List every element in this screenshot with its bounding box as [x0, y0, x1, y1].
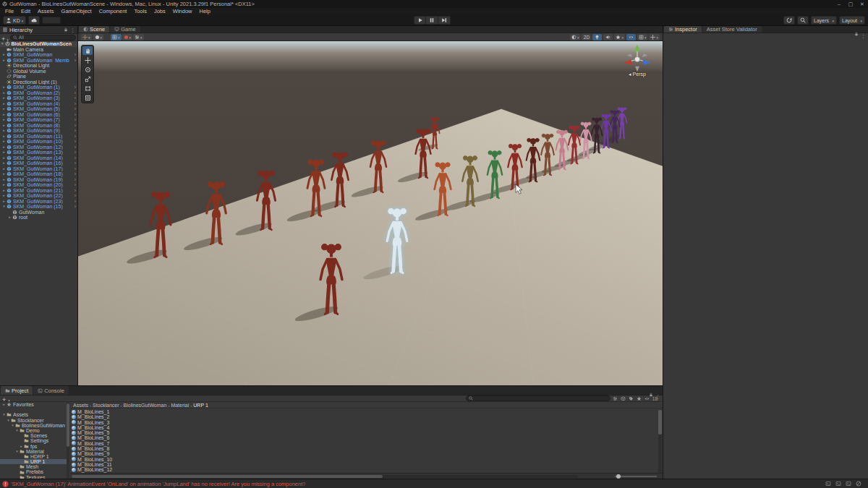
- expand-arrow-icon[interactable]: ▸: [1, 171, 7, 177]
- prefab-chevron-icon[interactable]: [75, 85, 77, 90]
- search-by-type-icon[interactable]: [613, 396, 618, 401]
- effects-dropdown[interactable]: [614, 34, 625, 40]
- expand-arrow-icon[interactable]: ▸: [1, 95, 7, 101]
- menu-gameobject[interactable]: GameObject: [58, 8, 95, 14]
- hierarchy-item[interactable]: ▸SKM_GutWoman (3): [0, 95, 77, 101]
- asset-item-m-biolines-10[interactable]: M_BioLines_10: [72, 457, 643, 462]
- hierarchy-item[interactable]: ▸SKM_GutWoman (22): [0, 193, 77, 199]
- grid-visibility-dropdown[interactable]: [637, 34, 648, 40]
- hierarchy-item[interactable]: GutWoman: [0, 210, 77, 215]
- asset-item-m-biolines-8[interactable]: M_BioLines_8: [72, 446, 643, 451]
- lock-icon[interactable]: [854, 32, 859, 36]
- hierarchy-item[interactable]: ▸SKM_GutWoman (2): [0, 90, 77, 96]
- rect-tool-button[interactable]: [82, 84, 93, 93]
- expand-arrow-icon[interactable]: ▸: [1, 160, 7, 166]
- view-tool-button[interactable]: [82, 46, 93, 55]
- expand-arrow-icon[interactable]: ▸: [7, 215, 12, 221]
- asset-item-m-biolines-11[interactable]: M_BioLines_11: [72, 462, 643, 467]
- menu-assets[interactable]: Assets: [34, 8, 58, 14]
- expand-arrow-icon[interactable]: ▸: [1, 123, 7, 129]
- account-button[interactable]: KD: [3, 16, 26, 25]
- prefab-chevron-icon[interactable]: [75, 182, 77, 188]
- folder-item-hdrp-1[interactable]: HDRP 1: [0, 454, 69, 459]
- move-tool-button[interactable]: [82, 56, 93, 64]
- asset-item-m-biolines-3[interactable]: M_BioLines_3: [72, 420, 643, 425]
- expand-arrow-icon[interactable]: ▸: [1, 139, 7, 145]
- expand-arrow-icon[interactable]: ▸: [1, 199, 7, 205]
- hierarchy-item[interactable]: ▾SKM_GutWoman (15): [0, 204, 77, 210]
- prefab-chevron-icon[interactable]: [75, 128, 77, 134]
- breadcrumb-stocklancer[interactable]: Stocklancer: [93, 403, 119, 408]
- undo-history-button[interactable]: [783, 16, 795, 25]
- asset-item-m-biolines-9[interactable]: M_BioLines_9: [72, 451, 643, 456]
- tree-arrow-icon[interactable]: ▾: [14, 428, 20, 433]
- expand-arrow-icon[interactable]: ▸: [1, 193, 7, 199]
- folder-item-mesh[interactable]: Mesh: [0, 464, 69, 469]
- scene-viewport[interactable]: ◂ Persp: [78, 41, 663, 385]
- neg-z-cone[interactable]: [627, 53, 633, 57]
- hierarchy-item[interactable]: ▸SKM_GutWoman (7): [0, 117, 77, 123]
- hierarchy-item[interactable]: ▸SKM_GutWoman (12): [0, 145, 77, 150]
- tab-game[interactable]: Game: [110, 26, 140, 33]
- scene-3d-render[interactable]: [78, 41, 663, 385]
- tree-arrow-icon[interactable]: ▸: [19, 444, 24, 449]
- play-button[interactable]: [414, 16, 426, 25]
- hierarchy-item[interactable]: ▸SKM_GutWoman_Memb: [0, 58, 77, 64]
- scale-tool-button[interactable]: [82, 74, 93, 83]
- maximize-button[interactable]: ▢: [845, 0, 856, 8]
- expand-arrow-icon[interactable]: ▸: [1, 117, 7, 123]
- menu-component[interactable]: Component: [95, 8, 131, 14]
- favorites-icon[interactable]: [637, 396, 642, 401]
- perspective-toggle[interactable]: ◂ Persp: [616, 72, 658, 77]
- lighting-toggle-button[interactable]: [592, 34, 602, 40]
- tool-handle-rotation-button[interactable]: [93, 34, 104, 40]
- hierarchy-item[interactable]: ▸SKM_GutWoman (13): [0, 150, 77, 155]
- profiler-icon[interactable]: [835, 481, 841, 487]
- folder-item-fps[interactable]: ▸fps: [0, 444, 69, 449]
- breadcrumb-urp-1[interactable]: URP 1: [193, 403, 208, 408]
- tab-project[interactable]: Project: [1, 386, 33, 395]
- asset-item-m-biolines-6[interactable]: M_BioLines_6: [72, 435, 643, 440]
- step-button[interactable]: [438, 16, 451, 25]
- prefab-chevron-icon[interactable]: [75, 134, 77, 140]
- hierarchy-item[interactable]: ▸root: [0, 215, 77, 221]
- folder-item-biolinesgutwoman[interactable]: ▾BiolinesGutWoman: [0, 423, 69, 428]
- expand-arrow-icon[interactable]: ▸: [1, 155, 7, 161]
- folder-item-scenes[interactable]: Scenes: [0, 433, 69, 438]
- expand-arrow-icon[interactable]: ▸: [1, 106, 7, 112]
- expand-arrow-icon[interactable]: ▸: [1, 150, 7, 155]
- panel-menu-icon[interactable]: [655, 388, 660, 401]
- x-axis-cone[interactable]: [624, 59, 631, 64]
- asset-item-m-biolines-5[interactable]: M_BioLines_5: [72, 430, 643, 435]
- prefab-chevron-icon[interactable]: [75, 145, 77, 150]
- panel-menu-icon[interactable]: [70, 27, 75, 33]
- close-button[interactable]: ✕: [856, 0, 868, 8]
- tree-arrow-icon[interactable]: ▾: [10, 423, 15, 428]
- rotate-tool-button[interactable]: [82, 65, 93, 74]
- expand-arrow-icon[interactable]: ▸: [1, 101, 7, 107]
- transform-tool-button[interactable]: [82, 93, 93, 102]
- tree-arrow-icon[interactable]: ▾: [6, 418, 11, 423]
- file-scrollbar[interactable]: [658, 409, 662, 473]
- hierarchy-item[interactable]: Directional Light (1): [0, 80, 77, 85]
- snap-settings-button[interactable]: [133, 34, 144, 40]
- hierarchy-item[interactable]: ▸SKM_GutWoman: [0, 52, 77, 58]
- tool-handle-position-button[interactable]: [81, 34, 92, 40]
- hierarchy-item[interactable]: ▸SKM_GutWoman (17): [0, 166, 77, 172]
- hierarchy-item[interactable]: ▸SKM_GutWoman (9): [0, 128, 77, 134]
- asset-item-m-biolines-1[interactable]: M_BioLines_1: [72, 409, 643, 414]
- prefab-chevron-icon[interactable]: [75, 188, 77, 194]
- hierarchy-item[interactable]: ▸SKM_GutWoman (6): [0, 112, 77, 118]
- tree-arrow-icon[interactable]: ▾: [14, 449, 20, 454]
- menu-tools[interactable]: Tools: [130, 8, 150, 14]
- status-bar[interactable]: 'SKM_GutWoman (17)' AnimationEvent 'OnLa…: [0, 479, 868, 488]
- prefab-chevron-icon[interactable]: [75, 95, 77, 101]
- prefab-chevron-icon[interactable]: [75, 199, 77, 205]
- pause-button[interactable]: [426, 16, 438, 25]
- tab-inspector[interactable]: Inspector: [664, 26, 702, 33]
- scene-root-row[interactable]: ▾ BioLinesGutWomanScen: [0, 41, 77, 47]
- expand-arrow-icon[interactable]: ▸: [1, 145, 7, 150]
- breadcrumb-material[interactable]: Material: [171, 403, 189, 408]
- expand-arrow-icon[interactable]: ▸: [1, 166, 7, 172]
- hierarchy-item[interactable]: Directional Light: [0, 63, 77, 69]
